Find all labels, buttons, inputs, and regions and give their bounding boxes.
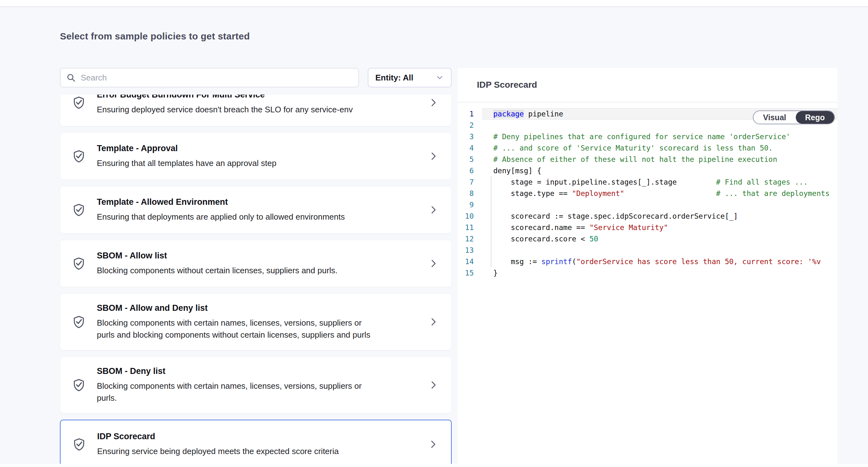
policy-description: Blocking components without certain lice… — [97, 264, 381, 276]
line-content: # ... and score of 'Service Maturity' sc… — [482, 142, 837, 154]
line-number: 1 — [458, 108, 482, 120]
page-title: Select from sample policies to get start… — [60, 31, 250, 42]
line-number: 13 — [458, 244, 482, 256]
policy-title: SBOM - Deny list — [97, 366, 417, 376]
policy-title: SBOM - Allow list — [97, 251, 417, 261]
line-content — [482, 244, 837, 256]
entity-filter-label: Entity: All — [375, 73, 435, 83]
line-content: stage.type == "Deployment" # ... that ar… — [482, 188, 837, 199]
shield-check-icon — [71, 95, 86, 110]
chevron-right-icon — [428, 204, 439, 215]
policy-title: Template - Allowed Environment — [97, 197, 417, 207]
policy-card[interactable]: SBOM - Allow list Blocking components wi… — [60, 240, 452, 287]
policy-card[interactable]: Template - Allowed Environment Ensuring … — [60, 186, 452, 233]
chevron-right-icon — [428, 439, 438, 450]
indent-guide — [491, 176, 491, 267]
code-line: 8 stage.type == "Deployment" # ... that … — [458, 188, 837, 199]
line-content: scorecard.name == "Service Maturity" — [482, 222, 837, 233]
line-number: 9 — [458, 199, 482, 210]
line-number: 12 — [458, 233, 482, 244]
line-content: # Deny pipelines that are configured for… — [482, 131, 837, 142]
policy-description: Ensuring that all templates have an appr… — [97, 157, 381, 169]
policy-description: Blocking components with certain names, … — [97, 317, 381, 341]
policy-title: IDP Scorecard — [97, 432, 417, 441]
line-number: 5 — [458, 154, 482, 165]
detail-header: IDP Scorecard — [458, 68, 837, 103]
code-editor[interactable]: 1 package pipeline 2 3 # Deny pipelines … — [458, 103, 837, 279]
policy-card[interactable]: SBOM - Allow and Deny list Blocking comp… — [60, 293, 452, 350]
line-number: 8 — [458, 188, 482, 199]
line-number: 4 — [458, 142, 482, 154]
bottom-strip — [0, 464, 868, 467]
line-content: } — [482, 267, 837, 279]
code-line: 11 scorecard.name == "Service Maturity" — [458, 222, 837, 233]
top-bar — [0, 0, 868, 7]
policy-title: Template - Approval — [97, 144, 417, 153]
line-number: 2 — [458, 120, 482, 131]
policy-title: SBOM - Allow and Deny list — [97, 303, 417, 313]
code-line: 13 — [458, 244, 837, 256]
policy-card-text: Template - Approval Ensuring that all te… — [97, 144, 417, 169]
line-content: stage = input.pipeline.stages[_].stage #… — [482, 176, 837, 188]
chevron-right-icon — [428, 317, 439, 327]
policy-detail-panel: IDP Scorecard 1 package pipeline 2 3 # D… — [458, 68, 837, 467]
policy-description: Blocking components with certain names, … — [97, 380, 381, 404]
policy-card-text: SBOM - Allow list Blocking components wi… — [97, 251, 417, 276]
code-line: 10 scorecard := stage.spec.idpScorecard.… — [458, 210, 837, 222]
line-content: scorecard := stage.spec.idpScorecard.ord… — [482, 210, 837, 222]
line-number: 11 — [458, 222, 482, 233]
policy-description: Ensuring service being deployed meets th… — [97, 445, 381, 457]
code-line: 6 deny[msg] { — [458, 165, 837, 176]
line-number: 10 — [458, 210, 482, 222]
code-line: 5 # Absence of either of these will not … — [458, 154, 837, 165]
policy-card-text: SBOM - Allow and Deny list Blocking comp… — [97, 303, 417, 341]
line-number: 3 — [458, 131, 482, 142]
policy-description: Ensuring deployed service doesn't breach… — [97, 104, 381, 116]
shield-check-icon — [71, 149, 86, 164]
search-input[interactable] — [81, 73, 352, 83]
code-line: 9 — [458, 199, 837, 210]
code-line: 14 msg := sprintf("orderService has scor… — [458, 256, 837, 267]
chevron-right-icon — [428, 97, 439, 108]
shield-check-icon — [71, 315, 86, 329]
line-content: # Absence of either of these will not ha… — [482, 154, 837, 165]
policy-description: Ensuring that deployments are applied on… — [97, 211, 381, 223]
code-line: 15 } — [458, 267, 837, 279]
line-number: 15 — [458, 267, 482, 279]
shield-check-icon — [71, 256, 86, 271]
detail-title: IDP Scorecard — [477, 80, 537, 90]
line-content: scorecard.score < 50 — [482, 233, 837, 244]
policy-card[interactable]: Template - Approval Ensuring that all te… — [60, 133, 452, 180]
policy-title: Error Budget Burndown For Multi Service — [97, 95, 417, 100]
code-line: 4 # ... and score of 'Service Maturity' … — [458, 142, 837, 154]
shield-check-icon — [71, 378, 86, 392]
chevron-down-icon — [435, 73, 444, 82]
policy-card[interactable]: SBOM - Deny list Blocking components wit… — [60, 356, 452, 413]
code-line: 7 stage = input.pipeline.stages[_].stage… — [458, 176, 837, 188]
line-number: 7 — [458, 176, 482, 188]
policy-list: Error Budget Burndown For Multi Service … — [60, 95, 452, 465]
shield-check-icon — [71, 203, 86, 217]
policy-card[interactable]: Error Budget Burndown For Multi Service … — [60, 95, 452, 126]
line-content: msg := sprintf("orderService has score l… — [482, 256, 837, 267]
rego-toggle-button[interactable]: Rego — [796, 111, 835, 124]
visual-rego-toggle: Visual Rego — [753, 111, 835, 124]
line-content: deny[msg] { — [482, 165, 837, 176]
line-content — [482, 199, 837, 210]
entity-filter-dropdown[interactable]: Entity: All — [368, 68, 452, 87]
line-number: 6 — [458, 165, 482, 176]
code-line: 3 # Deny pipelines that are configured f… — [458, 131, 837, 142]
policy-card[interactable]: IDP Scorecard Ensuring service being dep… — [60, 420, 452, 465]
search-box[interactable] — [60, 68, 359, 87]
chevron-right-icon — [428, 258, 439, 269]
line-number: 14 — [458, 256, 482, 267]
policy-card-text: Error Budget Burndown For Multi Service … — [97, 95, 417, 116]
chevron-right-icon — [428, 380, 439, 390]
search-icon — [66, 73, 76, 82]
code-line: 12 scorecard.score < 50 — [458, 233, 837, 244]
policy-card-text: Template - Allowed Environment Ensuring … — [97, 197, 417, 223]
policy-card-text: SBOM - Deny list Blocking components wit… — [97, 366, 417, 404]
shield-check-icon — [72, 437, 86, 451]
visual-toggle-button[interactable]: Visual — [753, 111, 796, 124]
policy-card-text: IDP Scorecard Ensuring service being dep… — [97, 432, 417, 457]
